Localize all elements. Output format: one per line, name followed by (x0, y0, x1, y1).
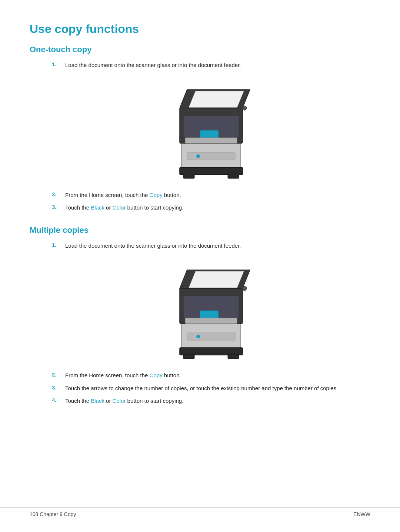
step-text-2: From the Home screen, touch the Copy but… (65, 191, 181, 200)
svg-point-25 (196, 335, 200, 338)
step-text-m1: Load the document onto the scanner glass… (65, 242, 241, 250)
step-number-3: 3. (52, 204, 63, 212)
step-4-multiple: 4. Touch the Black or Color button to st… (30, 397, 370, 405)
svg-point-11 (242, 106, 247, 110)
section-multiple-copies: Multiple copies 1. Load the document ont… (30, 225, 370, 405)
svg-rect-20 (187, 333, 235, 340)
copy-highlight-2: Copy (150, 372, 163, 378)
step-text-3: Touch the Black or Color button to start… (65, 204, 183, 212)
svg-rect-19 (185, 318, 237, 324)
step-text-1: Load the document onto the scanner glass… (65, 61, 241, 70)
step-text-m4: Touch the Black or Color button to start… (65, 397, 183, 405)
svg-rect-8 (180, 167, 243, 175)
step-number-m1: 1. (52, 242, 63, 250)
footer-left: 108 Chapter 9 Copy (30, 511, 76, 517)
step-text-m3: Touch the arrows to change the number of… (65, 384, 338, 393)
svg-rect-21 (180, 348, 243, 355)
svg-rect-6 (185, 138, 237, 143)
footer-right: ENWW (353, 511, 370, 517)
printer-illustration-1 (159, 78, 263, 182)
section-one-touch-copy: One-touch copy 1. Load the document onto… (30, 45, 370, 212)
printer-illustration-2 (159, 259, 263, 362)
step-2-one-touch: 2. From the Home screen, touch the Copy … (30, 191, 370, 200)
black-highlight-1: Black (91, 204, 104, 211)
step-number-1: 1. (52, 61, 63, 70)
section-title-multiple: Multiple copies (30, 225, 370, 235)
svg-rect-7 (187, 153, 235, 160)
svg-rect-9 (183, 174, 194, 178)
color-highlight-1: Color (113, 204, 126, 211)
step-1-multiple: 1. Load the document onto the scanner gl… (30, 242, 370, 250)
svg-rect-22 (183, 354, 194, 359)
step-text-m2: From the Home screen, touch the Copy but… (65, 371, 181, 380)
step-3-multiple: 3. Touch the arrows to change the number… (30, 384, 370, 393)
section-title-one-touch: One-touch copy (30, 45, 370, 54)
step-number-m4: 4. (52, 397, 63, 405)
step-1-one-touch: 1. Load the document onto the scanner gl… (30, 61, 370, 70)
color-highlight-2: Color (113, 398, 126, 404)
svg-point-24 (242, 286, 247, 291)
step-number-m2: 2. (52, 371, 63, 380)
copy-highlight-1: Copy (150, 192, 163, 198)
page-footer: 108 Chapter 9 Copy ENWW (0, 507, 400, 517)
step-number-m3: 3. (52, 384, 63, 393)
printer-image-2 (52, 259, 370, 362)
svg-marker-16 (189, 271, 244, 288)
step-number-2: 2. (52, 191, 63, 200)
svg-marker-3 (189, 91, 244, 107)
svg-point-12 (196, 154, 200, 158)
svg-rect-23 (228, 354, 239, 359)
main-title: Use copy functions (30, 22, 370, 36)
step-3-one-touch: 3. Touch the Black or Color button to st… (30, 204, 370, 212)
printer-image-1 (52, 78, 370, 182)
step-2-multiple: 2. From the Home screen, touch the Copy … (30, 371, 370, 380)
black-highlight-2: Black (91, 398, 104, 404)
svg-rect-10 (228, 174, 239, 178)
